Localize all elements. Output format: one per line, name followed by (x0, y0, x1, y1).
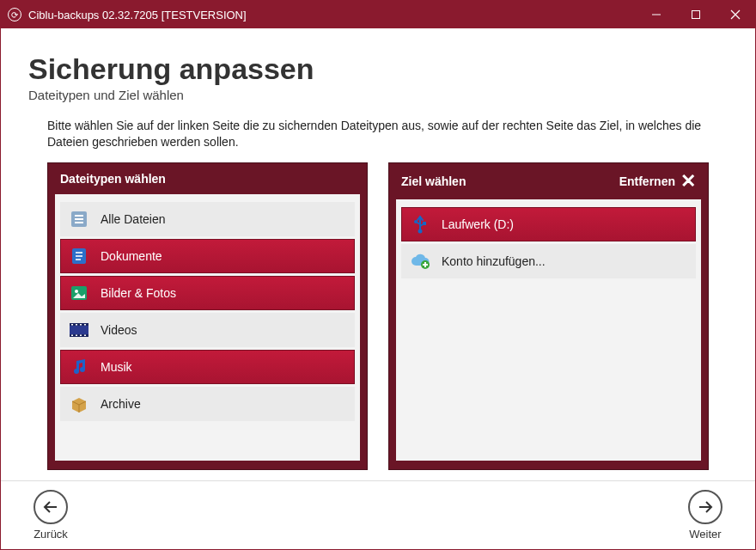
target-row-add-account[interactable]: Konto hinzufügen... (401, 244, 696, 278)
svg-rect-22 (76, 334, 77, 336)
minimize-button[interactable] (637, 1, 676, 28)
cloud-add-icon (409, 250, 431, 272)
svg-rect-1 (692, 11, 700, 19)
box-icon (68, 393, 90, 415)
arrow-right-icon (688, 490, 722, 524)
svg-rect-28 (423, 222, 426, 225)
filetype-label: Alle Dateien (101, 212, 347, 226)
filetype-row-images[interactable]: Bilder & Fotos (60, 276, 355, 310)
app-icon: ⟳ (8, 8, 21, 21)
maximize-icon (691, 9, 701, 20)
bottom-bar: Zurück Weiter (1, 480, 755, 549)
filetype-label: Videos (101, 323, 347, 337)
filetype-row-videos[interactable]: Videos (60, 313, 355, 347)
svg-rect-23 (80, 334, 82, 336)
target-row-drive[interactable]: Laufwerk (D:) (401, 207, 696, 241)
svg-rect-18 (76, 324, 77, 326)
filetype-label: Bilder & Fotos (101, 286, 347, 300)
close-icon (730, 9, 741, 20)
target-panel-title: Ziel wählen (401, 174, 466, 188)
close-button[interactable] (716, 1, 755, 28)
music-icon (68, 356, 90, 378)
filetype-row-music[interactable]: Musik (60, 350, 355, 384)
document-icon (68, 245, 90, 267)
svg-rect-20 (84, 324, 86, 326)
svg-rect-21 (71, 334, 73, 336)
filetypes-list: Alle Dateien Dokumente Bilder & Fotos (55, 194, 360, 461)
svg-point-13 (75, 290, 78, 293)
back-button[interactable]: Zurück (21, 490, 80, 541)
arrow-left-icon (34, 490, 68, 524)
remove-target-label[interactable]: Entfernen (619, 174, 675, 188)
remove-target-icon[interactable]: ✕ (680, 172, 696, 191)
titlebar: ⟳ Ciblu-backups 02.32.7205 [TESTVERSION] (1, 1, 755, 28)
image-icon (68, 282, 90, 304)
target-label: Laufwerk (D:) (442, 217, 688, 231)
page-title: Sicherung anpassen (28, 52, 728, 86)
filetype-label: Dokumente (101, 249, 347, 263)
filetype-row-archives[interactable]: Archive (60, 387, 355, 421)
svg-point-29 (418, 229, 423, 233)
maximize-button[interactable] (676, 1, 716, 28)
filetypes-panel: Dateitypen wählen Alle Dateien Dokumente (47, 162, 368, 470)
filetypes-panel-header: Dateitypen wählen (48, 163, 367, 194)
back-label: Zurück (34, 528, 68, 541)
minimize-icon (651, 9, 662, 20)
svg-rect-17 (71, 324, 73, 326)
filetype-row-documents[interactable]: Dokumente (60, 239, 355, 273)
usb-icon (409, 213, 431, 235)
film-icon (68, 319, 90, 341)
target-panel: Ziel wählen Entfernen ✕ Laufwerk (D:) Ko… (388, 162, 709, 470)
filetype-label: Archive (101, 397, 347, 411)
svg-rect-19 (80, 324, 82, 326)
filetype-label: Musik (101, 360, 347, 374)
target-panel-header: Ziel wählen Entfernen ✕ (389, 163, 708, 199)
page-subtitle: Dateitypen und Ziel wählen (28, 88, 728, 102)
next-button[interactable]: Weiter (676, 490, 735, 541)
target-list: Laufwerk (D:) Konto hinzufügen... (396, 199, 701, 461)
svg-point-27 (414, 220, 418, 223)
svg-rect-24 (84, 334, 86, 336)
next-label: Weiter (689, 528, 721, 541)
filetypes-panel-title: Dateitypen wählen (60, 172, 166, 186)
target-label: Konto hinzufügen... (442, 254, 688, 268)
lines-icon (68, 208, 90, 230)
page-instructions: Bitte wählen Sie auf der linken Seite di… (47, 118, 709, 150)
filetype-row-all[interactable]: Alle Dateien (60, 202, 355, 236)
window-title: Ciblu-backups 02.32.7205 [TESTVERSION] (28, 9, 247, 21)
